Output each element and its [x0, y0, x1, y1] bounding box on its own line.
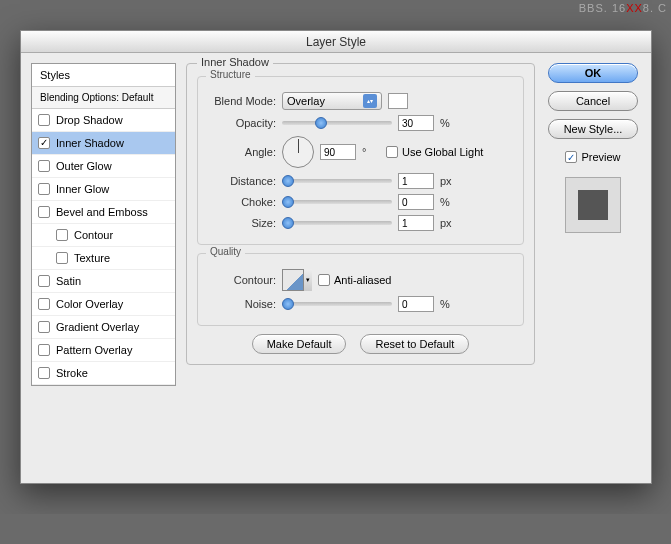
structure-group: Structure Blend Mode: Overlay ▴▾ Opacity…	[197, 76, 524, 245]
noise-field[interactable]	[398, 296, 434, 312]
preview-checkbox[interactable]: Preview	[565, 151, 620, 163]
style-item-label: Color Overlay	[56, 298, 123, 310]
reset-default-button[interactable]: Reset to Default	[360, 334, 469, 354]
ok-button[interactable]: OK	[548, 63, 638, 83]
size-unit: px	[440, 217, 458, 229]
style-item-stroke[interactable]: Stroke	[32, 362, 175, 385]
noise-slider[interactable]	[282, 302, 392, 306]
checkbox-icon[interactable]	[56, 252, 68, 264]
angle-field[interactable]	[320, 144, 356, 160]
opacity-field[interactable]	[398, 115, 434, 131]
opacity-unit: %	[440, 117, 458, 129]
styles-header[interactable]: Styles	[32, 64, 175, 87]
contour-picker[interactable]: ▾	[282, 269, 312, 291]
style-item-label: Texture	[74, 252, 110, 264]
style-item-gradient-overlay[interactable]: Gradient Overlay	[32, 316, 175, 339]
checkbox-icon[interactable]	[56, 229, 68, 241]
structure-title: Structure	[206, 69, 255, 80]
distance-slider[interactable]	[282, 179, 392, 183]
style-item-label: Stroke	[56, 367, 88, 379]
style-item-label: Bevel and Emboss	[56, 206, 148, 218]
style-item-label: Contour	[74, 229, 113, 241]
right-panel: OK Cancel New Style... Preview	[545, 63, 641, 386]
angle-unit: °	[362, 146, 380, 158]
style-item-label: Inner Glow	[56, 183, 109, 195]
make-default-button[interactable]: Make Default	[252, 334, 347, 354]
checkbox-icon[interactable]	[38, 114, 50, 126]
checkbox-icon[interactable]	[38, 275, 50, 287]
cancel-button[interactable]: Cancel	[548, 91, 638, 111]
global-light-label: Use Global Light	[402, 146, 483, 158]
use-global-light-checkbox[interactable]: Use Global Light	[386, 146, 483, 158]
opacity-label: Opacity:	[206, 117, 276, 129]
choke-field[interactable]	[398, 194, 434, 210]
style-item-label: Outer Glow	[56, 160, 112, 172]
settings-panel: Inner Shadow Structure Blend Mode: Overl…	[186, 63, 535, 386]
preview-label: Preview	[581, 151, 620, 163]
preview-swatch	[565, 177, 621, 233]
size-slider[interactable]	[282, 221, 392, 225]
preview-inner	[578, 190, 608, 220]
checkbox-icon[interactable]	[38, 137, 50, 149]
contour-label: Contour:	[206, 274, 276, 286]
style-item-satin[interactable]: Satin	[32, 270, 175, 293]
style-item-label: Satin	[56, 275, 81, 287]
checkbox-icon[interactable]	[38, 183, 50, 195]
dropdown-icon: ▾	[303, 269, 312, 291]
style-item-label: Inner Shadow	[56, 137, 124, 149]
style-item-contour[interactable]: Contour	[32, 224, 175, 247]
blend-mode-label: Blend Mode:	[206, 95, 276, 107]
style-item-label: Pattern Overlay	[56, 344, 132, 356]
checkbox-icon[interactable]	[38, 321, 50, 333]
checkbox-icon	[318, 274, 330, 286]
quality-title: Quality	[206, 246, 245, 257]
choke-label: Choke:	[206, 196, 276, 208]
style-item-label: Drop Shadow	[56, 114, 123, 126]
style-item-outer-glow[interactable]: Outer Glow	[32, 155, 175, 178]
style-item-drop-shadow[interactable]: Drop Shadow	[32, 109, 175, 132]
angle-dial[interactable]	[282, 136, 314, 168]
distance-unit: px	[440, 175, 458, 187]
antialiased-label: Anti-aliased	[334, 274, 391, 286]
distance-label: Distance:	[206, 175, 276, 187]
choke-slider[interactable]	[282, 200, 392, 204]
styles-panel: Styles Blending Options: Default Drop Sh…	[31, 63, 176, 386]
checkbox-icon	[565, 151, 577, 163]
choke-unit: %	[440, 196, 458, 208]
style-item-inner-shadow[interactable]: Inner Shadow	[32, 132, 175, 155]
size-field[interactable]	[398, 215, 434, 231]
angle-label: Angle:	[206, 146, 276, 158]
style-item-texture[interactable]: Texture	[32, 247, 175, 270]
distance-field[interactable]	[398, 173, 434, 189]
checkbox-icon[interactable]	[38, 367, 50, 379]
inner-shadow-group: Inner Shadow Structure Blend Mode: Overl…	[186, 63, 535, 365]
checkbox-icon[interactable]	[38, 160, 50, 172]
checkbox-icon[interactable]	[38, 206, 50, 218]
style-item-pattern-overlay[interactable]: Pattern Overlay	[32, 339, 175, 362]
opacity-slider[interactable]	[282, 121, 392, 125]
blending-options[interactable]: Blending Options: Default	[32, 87, 175, 109]
color-swatch[interactable]	[388, 93, 408, 109]
style-item-bevel-and-emboss[interactable]: Bevel and Emboss	[32, 201, 175, 224]
style-item-label: Gradient Overlay	[56, 321, 139, 333]
noise-label: Noise:	[206, 298, 276, 310]
size-label: Size:	[206, 217, 276, 229]
layer-style-dialog: Layer Style Styles Blending Options: Def…	[20, 30, 652, 484]
checkbox-icon	[386, 146, 398, 158]
antialiased-checkbox[interactable]: Anti-aliased	[318, 274, 391, 286]
noise-unit: %	[440, 298, 458, 310]
style-item-color-overlay[interactable]: Color Overlay	[32, 293, 175, 316]
checkbox-icon[interactable]	[38, 344, 50, 356]
blend-mode-select[interactable]: Overlay ▴▾	[282, 92, 382, 110]
checkbox-icon[interactable]	[38, 298, 50, 310]
select-arrows-icon: ▴▾	[363, 94, 377, 108]
quality-group: Quality Contour: ▾ Anti-aliased Noise:	[197, 253, 524, 326]
blend-mode-value: Overlay	[287, 95, 325, 107]
dialog-title: Layer Style	[21, 31, 651, 53]
style-item-inner-glow[interactable]: Inner Glow	[32, 178, 175, 201]
new-style-button[interactable]: New Style...	[548, 119, 638, 139]
group-title: Inner Shadow	[197, 56, 273, 68]
